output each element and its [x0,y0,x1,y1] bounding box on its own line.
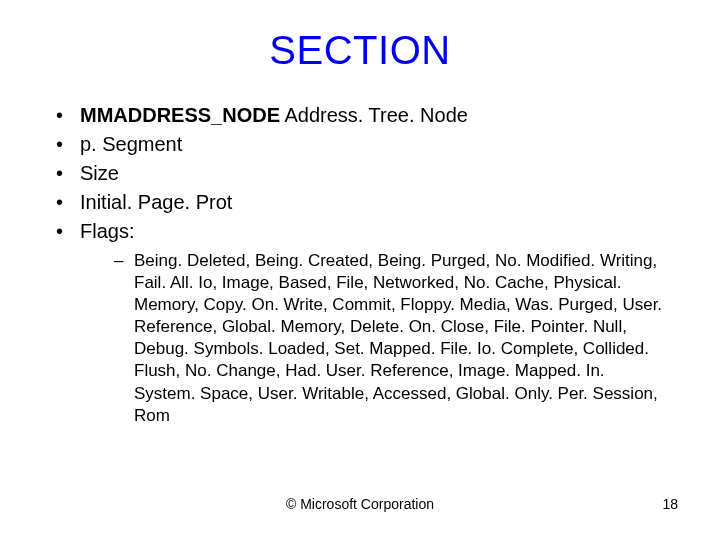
slide-title: SECTION [52,28,668,73]
slide: SECTION MMADDRESS_NODE Address. Tree. No… [0,0,720,540]
footer-page-number: 18 [662,496,678,512]
list-item: Size [52,159,668,188]
footer-copyright: © Microsoft Corporation [0,496,720,512]
list-item: MMADDRESS_NODE Address. Tree. Node [52,101,668,130]
list-item: Flags: Being. Deleted, Being. Created, B… [52,217,668,427]
main-list: MMADDRESS_NODE Address. Tree. Node p. Se… [52,101,668,427]
flags-sublist: Being. Deleted, Being. Created, Being. P… [80,250,668,427]
flags-detail-item: Being. Deleted, Being. Created, Being. P… [114,250,668,427]
mmaddress-node-rest: Address. Tree. Node [280,104,468,126]
mmaddress-node-bold: MMADDRESS_NODE [80,104,280,126]
list-item: p. Segment [52,130,668,159]
list-item: Initial. Page. Prot [52,188,668,217]
